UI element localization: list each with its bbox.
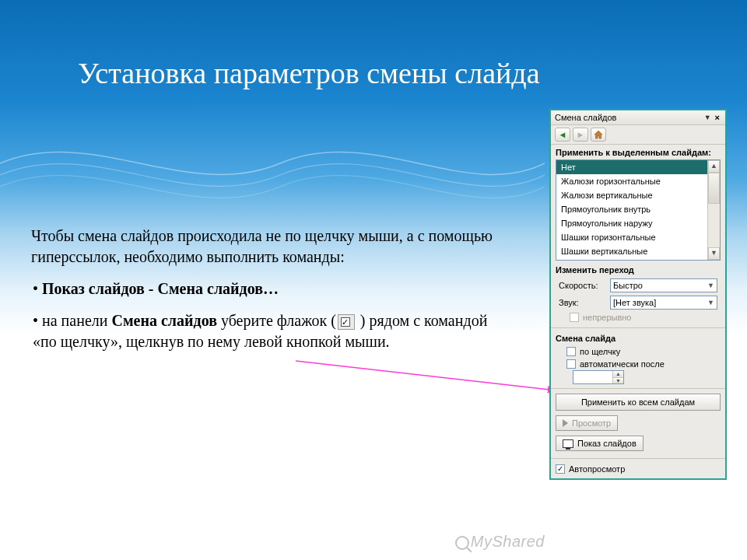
transition-option[interactable]: Нет <box>556 160 707 174</box>
nav-back-button[interactable]: ◄ <box>555 128 570 142</box>
pane-titlebar: Смена слайдов ▼ × <box>551 110 725 125</box>
watermark: MyShared <box>455 533 545 551</box>
nav-home-button[interactable] <box>591 128 606 142</box>
intro-paragraph: Чтобы смена слайдов происходила не по ще… <box>31 226 506 268</box>
inline-checkbox-icon: ✓ <box>338 314 355 330</box>
auto-after-time-input[interactable]: ▲ ▼ <box>573 370 624 384</box>
transition-option[interactable]: Жалюзи вертикальные <box>556 188 707 202</box>
spinner-up-icon[interactable]: ▲ <box>612 371 623 378</box>
slideshow-button-label: Показ слайдов <box>577 439 637 448</box>
pane-close-icon[interactable]: × <box>714 113 721 122</box>
transition-option[interactable]: Шашки вертикальные <box>556 244 707 258</box>
speed-label: Скорость: <box>559 281 605 290</box>
auto-after-checkbox[interactable] <box>566 359 576 369</box>
sound-combobox[interactable]: [Нет звука] ▼ <box>610 296 717 310</box>
scroll-thumb[interactable] <box>708 173 720 204</box>
pane-nav-toolbar: ◄ ► <box>551 125 725 145</box>
transition-option[interactable]: Шашки горизонтальные <box>556 230 707 244</box>
slideshow-button[interactable]: Показ слайдов <box>556 436 644 451</box>
loop-label: непрерывно <box>583 313 631 322</box>
bullet-1: • Показ слайдов - Смена слайдов… <box>31 278 506 299</box>
home-icon <box>594 130 603 139</box>
preview-button-label: Просмотр <box>572 418 611 428</box>
pane-menu-dropdown-icon[interactable]: ▼ <box>704 114 711 121</box>
transition-option[interactable]: Прямоугольник внутрь <box>556 202 707 216</box>
chevron-down-icon: ▼ <box>707 282 714 289</box>
slide-body: Чтобы смена слайдов происходила не по ще… <box>31 226 506 363</box>
loop-checkbox[interactable] <box>570 313 579 322</box>
pane-title-text: Смена слайдов <box>555 113 702 122</box>
screen-icon <box>563 439 573 448</box>
auto-after-label: автоматически после <box>580 359 665 369</box>
nav-forward-button[interactable]: ► <box>573 128 588 142</box>
on-click-label: по щелчку <box>580 347 620 356</box>
decorative-waves <box>0 117 545 210</box>
autopreview-checkbox[interactable]: ✓ <box>556 464 565 474</box>
scroll-up-icon[interactable]: ▲ <box>708 160 720 173</box>
bullet-2: • на панели Смена слайдов уберите флажок… <box>31 310 506 352</box>
transition-listbox[interactable]: НетЖалюзи горизонтальныеЖалюзи вертикаль… <box>556 159 721 261</box>
autopreview-label: Автопросмотр <box>569 464 625 474</box>
modify-transition-label: Изменить переход <box>556 265 721 275</box>
sound-value: [Нет звука] <box>613 298 656 307</box>
pointer-arrow <box>296 356 560 403</box>
sound-label: Звук: <box>559 298 605 307</box>
listbox-scrollbar[interactable]: ▲ ▼ <box>707 160 720 260</box>
transition-option[interactable]: Прямоугольник наружу <box>556 216 707 230</box>
slide-title: Установка параметров смены слайда <box>78 56 540 90</box>
apply-to-label: Применить к выделенным слайдам: <box>556 148 721 157</box>
preview-button[interactable]: Просмотр <box>556 415 618 431</box>
scroll-down-icon[interactable]: ▼ <box>708 247 720 260</box>
play-icon <box>563 419 568 427</box>
speed-combobox[interactable]: Быстро ▼ <box>610 278 717 292</box>
transition-task-pane: Смена слайдов ▼ × ◄ ► Применить к выделе… <box>549 109 727 480</box>
magnifier-icon <box>455 536 469 550</box>
speed-value: Быстро <box>613 281 643 290</box>
advance-slide-label: Смена слайда <box>556 334 721 343</box>
apply-to-all-button[interactable]: Применить ко всем слайдам <box>556 394 721 411</box>
svg-line-0 <box>296 361 556 390</box>
spinner-down-icon[interactable]: ▼ <box>612 378 623 384</box>
chevron-down-icon: ▼ <box>707 299 714 306</box>
on-click-checkbox[interactable] <box>566 347 576 356</box>
transition-option[interactable]: Жалюзи горизонтальные <box>556 174 707 188</box>
